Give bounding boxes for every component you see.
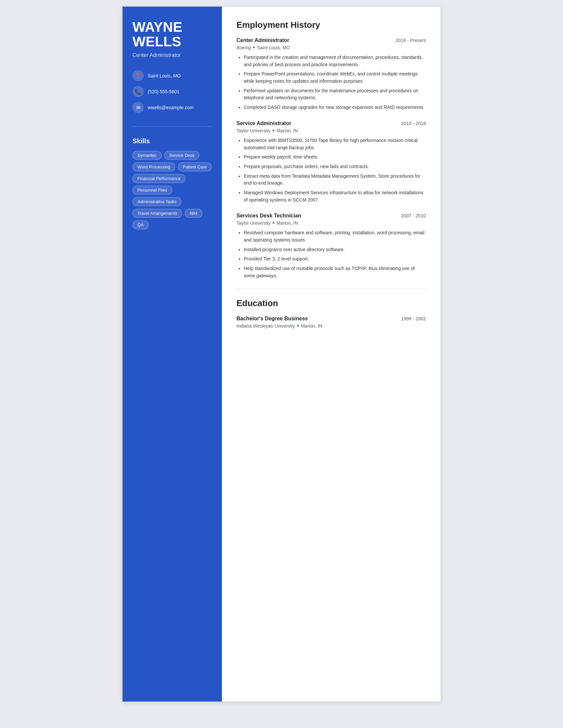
company-dot: • [272,220,274,226]
sidebar-divider [132,126,212,127]
email-text: wwells@example.com [148,105,194,110]
skill-tag: Symantec [132,151,162,160]
skills-section: Skills SymantecService DeskWord Processi… [132,137,212,688]
job-bullet: Completed DASD storage upgrades for new … [244,104,426,111]
job-dates: 2007 - 2010 [401,213,426,218]
main-content: Employment History Center Administrator … [222,7,441,702]
job-company: Taylor University • Marion, IN [236,220,426,226]
job-bullet: Managed Windows Deployment Services infr… [244,189,426,204]
job-header: Service Administrator 2010 - 2018 [236,120,426,126]
phone-icon: 📞 [132,86,144,97]
section-divider [236,289,426,289]
job-bullet: Installed programs over active directory… [244,246,426,253]
job-title: Center Administrator [236,37,289,43]
edu-container: Bachelor's Degree Business 1999 - 2002 I… [236,316,426,329]
job-bullet: Experience with IBMTS3500, SI700 Tape li… [244,137,426,151]
job-company: Boeing • Saint Louis, MO [236,45,426,51]
job-company: Taylor University • Marion, IN [236,128,426,134]
skill-tag: Personnel Files [132,186,172,195]
school-name: Indiana Wesleyan University [236,323,295,329]
job-bullets: Resolved computer hardware and software,… [236,229,426,279]
contact-item-email: ✉ wwells@example.com [132,102,212,113]
skills-heading: Skills [132,137,212,145]
contact-item-location: 📍 Saint Louis, MO [132,70,212,81]
job-bullet: Performed updates on documents for the m… [244,87,426,102]
job-bullet: Extract meta data from Teradata Metadata… [244,173,426,187]
job-bullet: Prepare weekly payroll, time-sheets. [244,154,426,161]
school-location: Marion, IN [301,323,323,329]
skill-tag: Service Desk [164,151,200,160]
job-bullets: Participated in the creation and managem… [236,54,426,111]
company-name: Taylor University [236,220,270,226]
job-title: Service Administrator [236,120,292,126]
job-title: Services Desk Technician [236,213,301,219]
school-dot: • [297,323,299,329]
skills-list: SymantecService DeskWord ProcessingPatie… [132,151,212,229]
sidebar: WAYNE WELLS Center Administrator 📍 Saint… [122,7,222,702]
candidate-title: Center Administrator [132,52,212,58]
candidate-name: WAYNE WELLS [132,20,212,49]
job-bullet: Provided Tier 3, 2 level support. [244,255,426,263]
skill-tag: Financial Performance [132,174,185,183]
company-location: Marion, IN [276,220,298,226]
employment-heading: Employment History [236,20,426,30]
company-name: Taylor University [236,128,270,133]
job-bullet: Help standardized use of routable protoc… [244,265,426,279]
job-block: Center Administrator 2018 - Present Boei… [236,37,426,111]
company-location: Marion, IN [276,128,298,133]
job-bullet: Prepare proposals, purchase orders, new … [244,163,426,170]
phone-text: (520) 555-5601 [148,89,179,94]
company-location: Saint Louis, MO [257,45,290,50]
edu-header: Bachelor's Degree Business 1999 - 2002 [236,316,426,322]
skill-tag: Word Processing [132,162,175,171]
job-header: Services Desk Technician 2007 - 2010 [236,213,426,219]
contact-section: 📍 Saint Louis, MO 📞 (520) 555-5601 ✉ wwe… [132,70,212,113]
company-name: Boeing [236,45,251,50]
job-block: Service Administrator 2010 - 2018 Taylor… [236,120,426,204]
edu-school: Indiana Wesleyan University • Marion, IN [236,323,426,329]
education-heading: Education [236,298,426,308]
contact-item-phone: 📞 (520) 555-5601 [132,86,212,97]
company-dot: • [272,128,274,134]
edu-block: Bachelor's Degree Business 1999 - 2002 I… [236,316,426,329]
job-bullet: Prepare PowerPoint presentations, coordi… [244,70,426,85]
job-bullets: Experience with IBMTS3500, SI700 Tape li… [236,137,426,204]
job-bullet: Participated in the creation and managem… [244,54,426,68]
location-icon: 📍 [132,70,144,81]
jobs-container: Center Administrator 2018 - Present Boei… [236,37,426,279]
skill-tag: Patient Care [178,162,211,171]
skill-tag: Travel Arrangements [132,209,182,218]
job-block: Services Desk Technician 2007 - 2010 Tay… [236,213,426,279]
job-dates: 2018 - Present [396,38,426,43]
location-text: Saint Louis, MO [148,73,181,78]
job-bullet: Resolved computer hardware and software,… [244,229,426,244]
email-icon: ✉ [132,102,144,113]
skill-tag: Administrative Tasks [132,197,181,206]
skill-tag: QA [132,220,149,229]
resume-container: WAYNE WELLS Center Administrator 📍 Saint… [122,7,441,702]
skill-tag: NIH [185,209,202,218]
company-dot: • [253,45,255,51]
job-header: Center Administrator 2018 - Present [236,37,426,43]
edu-dates: 1999 - 2002 [401,316,426,321]
edu-degree: Bachelor's Degree Business [236,316,308,322]
job-dates: 2010 - 2018 [401,121,426,126]
